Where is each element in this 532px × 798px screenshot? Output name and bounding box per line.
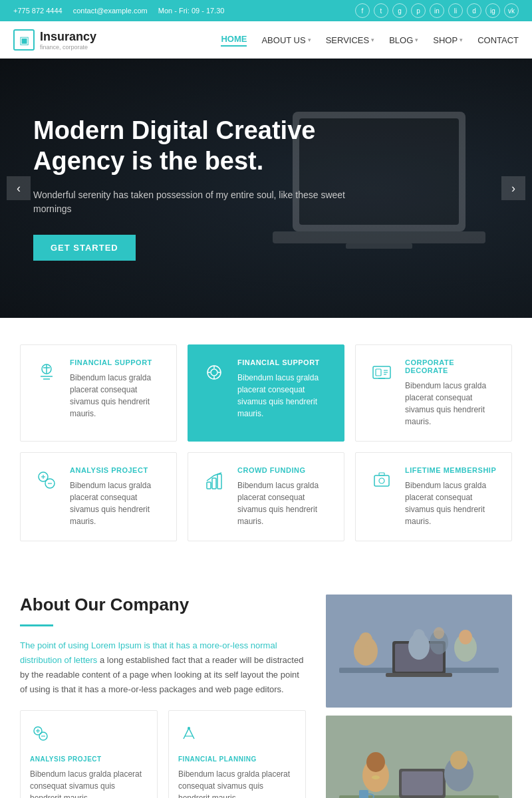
service-desc: Bibendum lacus gralda placerat consequat… [70,479,164,527]
svg-point-40 [188,727,190,730]
hero-prev-button[interactable]: ‹ [7,176,31,200]
service-desc: Bibendum lacus gralda placerat consequat… [237,372,332,420]
nav-shop[interactable]: SHOP ▾ [433,35,463,45]
financial-planning-card-icon [178,723,296,749]
financial-support-icon [33,358,61,386]
service-card-financial-support-2: FINANCIAL SUPPORT Bibendum lacus gralda … [188,344,344,442]
chevron-down-icon: ▾ [460,37,463,43]
svg-rect-28 [217,474,221,489]
phone-text: +775 872 4444 [13,7,63,15]
about-image-2 [326,716,512,798]
service-desc: Bibendum lacus gralda placerat consequat… [237,479,332,527]
about-left-content: About Our Company The point of using Lor… [20,595,306,798]
service-title: CORPORATE DECORATE [405,358,499,374]
service-title: ANALYSIS PROJECT [70,466,164,474]
service-card-financial-support-1: FINANCIAL SUPPORT Bibendum lacus gralda … [20,344,177,442]
social-linkedin2-icon[interactable]: li [448,3,463,18]
services-section: FINANCIAL SUPPORT Bibendum lacus gralda … [0,318,532,568]
hours-text: Mon - Fri: 09 - 17.30 [158,7,225,15]
services-grid: FINANCIAL SUPPORT Bibendum lacus gralda … [20,344,512,541]
analysis-card-icon [30,723,148,749]
nav-services[interactable]: SERVICES ▾ [326,35,375,45]
about-right-images [326,595,512,798]
social-pinterest-icon[interactable]: p [411,3,426,18]
main-nav: ▣ Insurancy finance, corporate HOME ABOU… [0,21,532,59]
top-bar-contact: +775 872 4444 contact@example.com Mon - … [13,7,224,15]
social-dribbble-icon[interactable]: d [467,3,481,18]
analysis-project-icon [33,466,61,494]
service-title: CROWD FUNDING [237,466,332,474]
logo-subtitle: finance, corporate [40,44,96,51]
svg-rect-3 [346,243,412,249]
business-discussion-image [326,716,512,798]
service-title: FINANCIAL SUPPORT [237,358,332,366]
email-text: contact@example.com [73,7,148,15]
top-bar: +775 872 4444 contact@example.com Mon - … [0,0,532,21]
chevron-down-icon: ▾ [371,37,374,43]
about-title: About Our Company [20,595,306,615]
svg-rect-27 [212,478,216,489]
team-meeting-image [326,595,512,708]
service-desc: Bibendum lacus gralda placerat consequat… [405,479,499,527]
svg-rect-29 [374,475,389,486]
hero-next-button[interactable]: › [501,176,525,200]
about-card-analysis: ANALYSIS PROJECT Bibendum lacus gralda p… [20,710,158,798]
svg-point-10 [211,369,217,376]
nav-home[interactable]: HOME [221,34,247,47]
logo-name: Insurancy [40,30,96,43]
chevron-down-icon: ▾ [415,37,418,43]
svg-rect-64 [359,790,368,798]
social-google-icon[interactable]: g [392,3,407,18]
chevron-down-icon: ▾ [308,37,311,43]
hero-content: Modern Digital Creative Agency is the be… [33,116,352,261]
hero-cta-button[interactable]: GET STARTED [33,235,136,261]
svg-point-49 [413,629,425,642]
about-text: The point of using Lorem Ipsum is that i… [20,638,306,697]
about-card-desc: Bibendum lacus gralda placerat consequat… [178,768,296,798]
corporate-decorate-icon [368,358,396,386]
social-links: f t g p in li d ig vk [355,3,519,18]
nav-links: HOME ABOUT US ▾ SERVICES ▾ BLOG ▾ SHOP ▾… [221,34,519,47]
crowd-funding-icon [200,466,228,494]
hero-section: Modern Digital Creative Agency is the be… [0,59,532,318]
service-desc: Bibendum lacus gralda placerat consequat… [405,380,499,428]
service-card-corporate-decorate: CORPORATE DECORATE Bibendum lacus gralda… [355,344,512,442]
nav-blog[interactable]: BLOG ▾ [389,35,418,45]
svg-point-47 [359,632,372,647]
about-feature-cards: ANALYSIS PROJECT Bibendum lacus gralda p… [20,710,306,798]
svg-rect-33 [379,473,384,475]
social-facebook-icon[interactable]: f [355,3,370,18]
about-section: About Our Company The point of using Lor… [0,568,532,798]
hero-subtitle: Wonderful serenity has taken possession … [33,188,352,216]
svg-rect-57 [402,771,443,795]
social-vk-icon[interactable]: vk [504,3,519,18]
nav-contact[interactable]: CONTACT [477,35,519,45]
nav-about-us[interactable]: ABOUT US ▾ [261,35,311,45]
svg-point-62 [450,751,467,769]
service-card-analysis-project: ANALYSIS PROJECT Bibendum lacus gralda p… [20,452,177,541]
hero-title: Modern Digital Creative Agency is the be… [33,116,352,176]
social-linkedin-icon[interactable]: in [430,3,444,18]
about-card-title: ANALYSIS PROJECT [30,755,148,763]
about-card-desc: Bibendum lacus gralda placerat consequat… [30,768,148,798]
svg-rect-26 [207,482,211,489]
about-card-title: FINANCIAL PLANNING [178,755,296,763]
svg-rect-16 [376,369,381,376]
service-title: FINANCIAL SUPPORT [70,358,164,366]
svg-rect-45 [386,673,452,677]
about-title-underline [20,624,53,626]
logo[interactable]: ▣ Insurancy finance, corporate [13,29,96,51]
service-card-crowd-funding: CROWD FUNDING Bibendum lacus gralda plac… [188,452,344,541]
svg-point-60 [366,752,385,772]
svg-point-53 [434,627,444,639]
about-image-1 [326,595,512,708]
social-twitter-icon[interactable]: t [374,3,388,18]
svg-point-63 [372,775,380,779]
logo-icon: ▣ [13,29,35,51]
lifetime-membership-icon [368,466,396,494]
social-instagram-icon[interactable]: ig [485,3,500,18]
service-card-lifetime-membership: LIFETIME MEMBERSHIP Bibendum lacus grald… [355,452,512,541]
svg-point-51 [459,630,472,644]
svg-point-30 [379,478,384,483]
service-title: LIFETIME MEMBERSHIP [405,466,499,474]
